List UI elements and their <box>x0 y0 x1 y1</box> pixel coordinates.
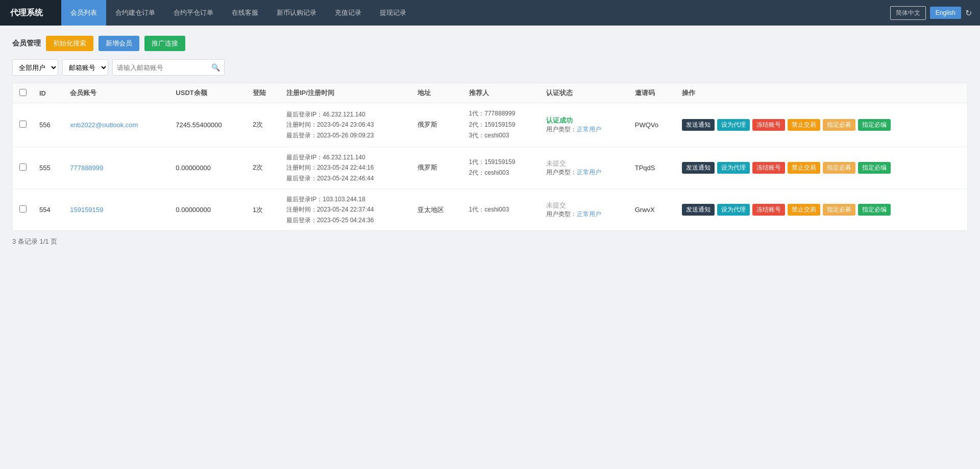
row-invite-0: PWQVo <box>629 103 676 147</box>
row-invite-1: TPqdS <box>629 147 676 189</box>
row-address-0: 俄罗斯 <box>411 103 462 147</box>
row-actions-0: 发送通知 设为代理 冻结账号 禁止交易 指定必募 指定必编 <box>676 103 967 147</box>
add-member-button[interactable]: 新增会员 <box>99 36 139 51</box>
col-login: 登陆 <box>247 83 280 103</box>
row-checkbox-cell <box>13 103 33 147</box>
table-row: 554 159159159 0.00000000 1次 最后登录IP：103.1… <box>13 189 967 230</box>
header-right: 简体中文 English ↻ <box>882 0 980 26</box>
row-login-info-2: 最后登录IP：103.103.244.18 注册时间：2023-05-24 22… <box>280 189 412 230</box>
row-address-2: 亚太地区 <box>411 189 462 230</box>
row-invite-2: GrwvX <box>629 189 676 230</box>
row-login-count-1: 2次 <box>247 147 280 189</box>
filter-row: 全部用户 邮箱账号 🔍 <box>12 59 968 76</box>
row-account-1: 777888999 <box>64 147 169 189</box>
row-checkbox-cell <box>13 147 33 189</box>
row-auth-0: 认证成功 用户类型：正常用户 <box>540 103 629 147</box>
section-title: 会员管理 <box>12 39 41 48</box>
app-title: 代理系统 <box>10 8 43 18</box>
action-btn-指定必募-row-2[interactable]: 指定必募 <box>823 204 855 216</box>
action-btn-发送通知-row-2[interactable]: 发送通知 <box>682 204 715 216</box>
row-login-info-0: 最后登录IP：46.232.121.140 注册时间：2023-05-24 23… <box>280 103 412 147</box>
col-account: 会员账号 <box>64 83 169 103</box>
search-type-select[interactable]: 邮箱账号 <box>62 59 108 76</box>
col-address: 地址 <box>411 83 462 103</box>
action-btn-禁止交易-row-2[interactable]: 禁止交易 <box>788 204 820 216</box>
row-account-0: xnb2022@outlook.com <box>64 103 169 147</box>
col-id: ID <box>33 83 64 103</box>
row-id-0: 556 <box>33 103 64 147</box>
row-usdt-0: 7245.55400000 <box>169 103 247 147</box>
row-auth-2: 未提交 用户类型：正常用户 <box>540 189 629 230</box>
col-checkbox <box>13 83 33 103</box>
row-auth-1: 未提交 用户类型：正常用户 <box>540 147 629 189</box>
nav-item-withdraw[interactable]: 提现记录 <box>371 0 415 26</box>
account-link-0[interactable]: xnb2022@outlook.com <box>70 121 138 129</box>
nav-item-contract-open[interactable]: 合约建仓订单 <box>106 0 164 26</box>
user-type-select[interactable]: 全部用户 <box>12 59 58 76</box>
action-btn-设为代理-row-0[interactable]: 设为代理 <box>717 119 750 131</box>
row-checkbox-cell <box>13 189 33 230</box>
refresh-icon[interactable]: ↻ <box>965 8 972 18</box>
row-login-count-0: 2次 <box>247 103 280 147</box>
col-usdt: USDT余额 <box>169 83 247 103</box>
col-auth: 认证状态 <box>540 83 629 103</box>
action-btn-指定必募-row-1[interactable]: 指定必募 <box>823 162 855 174</box>
action-btn-冻结账号-row-0[interactable]: 冻结账号 <box>752 119 785 131</box>
table-row: 555 777888999 0.00000000 2次 最后登录IP：46.23… <box>13 147 967 189</box>
section-header: 会员管理 初始化搜索 新增会员 推广连接 <box>12 36 968 51</box>
search-button[interactable]: 🔍 <box>211 63 220 72</box>
action-btn-指定必募-row-0[interactable]: 指定必募 <box>823 119 855 131</box>
select-all-checkbox[interactable] <box>19 89 27 96</box>
row-actions-1: 发送通知 设为代理 冻结账号 禁止交易 指定必募 指定必编 <box>676 147 967 189</box>
nav-item-recharge[interactable]: 充值记录 <box>326 0 371 26</box>
search-input-wrapper: 🔍 <box>112 59 225 76</box>
col-register: 注册IP/注册时间 <box>280 83 412 103</box>
member-table-wrapper: ID 会员账号 USDT余额 登陆 注册IP/注册时间 地址 推荐人 认证状态 … <box>12 83 968 231</box>
nav-item-online-service[interactable]: 在线客服 <box>223 0 267 26</box>
table-header-row: ID 会员账号 USDT余额 登陆 注册IP/注册时间 地址 推荐人 认证状态 … <box>13 83 967 103</box>
table-row: 556 xnb2022@outlook.com 7245.55400000 2次… <box>13 103 967 147</box>
row-login-count-2: 1次 <box>247 189 280 230</box>
nav-item-contract-close[interactable]: 合约平仓订单 <box>164 0 223 26</box>
row-checkbox-0[interactable] <box>19 121 27 128</box>
search-input[interactable] <box>117 64 211 72</box>
action-btn-禁止交易-row-0[interactable]: 禁止交易 <box>788 119 820 131</box>
row-referrer-0: 1代：777888999 2代：159159159 3代：ceshi003 <box>463 103 540 147</box>
nav-item-member-list[interactable]: 会员列表 <box>61 0 106 26</box>
row-id-1: 555 <box>33 147 64 189</box>
row-referrer-2: 1代：ceshi003 <box>463 189 540 230</box>
pagination-info: 3 条记录 1/1 页 <box>12 237 968 246</box>
lang-en-button[interactable]: English <box>930 7 961 19</box>
init-search-button[interactable]: 初始化搜索 <box>46 36 93 51</box>
action-btn-指定必编-row-0[interactable]: 指定必编 <box>858 119 891 131</box>
action-btn-发送通知-row-0[interactable]: 发送通知 <box>682 119 715 131</box>
account-link-1[interactable]: 777888999 <box>70 164 103 172</box>
action-btn-冻结账号-row-2[interactable]: 冻结账号 <box>752 204 785 216</box>
promo-link-button[interactable]: 推广连接 <box>144 36 185 51</box>
row-checkbox-2[interactable] <box>19 205 27 213</box>
row-id-2: 554 <box>33 189 64 230</box>
action-btn-禁止交易-row-1[interactable]: 禁止交易 <box>788 162 820 174</box>
col-invite: 邀请码 <box>629 83 676 103</box>
row-actions-2: 发送通知 设为代理 冻结账号 禁止交易 指定必募 指定必编 <box>676 189 967 230</box>
account-link-2[interactable]: 159159159 <box>70 206 103 214</box>
action-btn-设为代理-row-2[interactable]: 设为代理 <box>717 204 750 216</box>
header: 代理系统 会员列表 合约建仓订单 合约平仓订单 在线客服 新币认购记录 充值记录… <box>0 0 980 26</box>
action-btn-指定必编-row-2[interactable]: 指定必编 <box>858 204 891 216</box>
action-btn-冻结账号-row-1[interactable]: 冻结账号 <box>752 162 785 174</box>
main-content: 会员管理 初始化搜索 新增会员 推广连接 全部用户 邮箱账号 🔍 ID <box>0 26 980 256</box>
row-referrer-1: 1代：159159159 2代：ceshi003 <box>463 147 540 189</box>
row-address-1: 俄罗斯 <box>411 147 462 189</box>
row-usdt-2: 0.00000000 <box>169 189 247 230</box>
main-nav: 会员列表 合约建仓订单 合约平仓订单 在线客服 新币认购记录 充值记录 提现记录 <box>61 0 882 26</box>
action-btn-发送通知-row-1[interactable]: 发送通知 <box>682 162 715 174</box>
lang-cn-button[interactable]: 简体中文 <box>890 6 926 20</box>
action-btn-指定必编-row-1[interactable]: 指定必编 <box>858 162 891 174</box>
row-checkbox-1[interactable] <box>19 163 27 171</box>
col-referrer: 推荐人 <box>463 83 540 103</box>
action-btn-设为代理-row-1[interactable]: 设为代理 <box>717 162 750 174</box>
row-account-2: 159159159 <box>64 189 169 230</box>
row-usdt-1: 0.00000000 <box>169 147 247 189</box>
member-table: ID 会员账号 USDT余额 登陆 注册IP/注册时间 地址 推荐人 认证状态 … <box>13 83 967 230</box>
nav-item-new-coin[interactable]: 新币认购记录 <box>267 0 326 26</box>
